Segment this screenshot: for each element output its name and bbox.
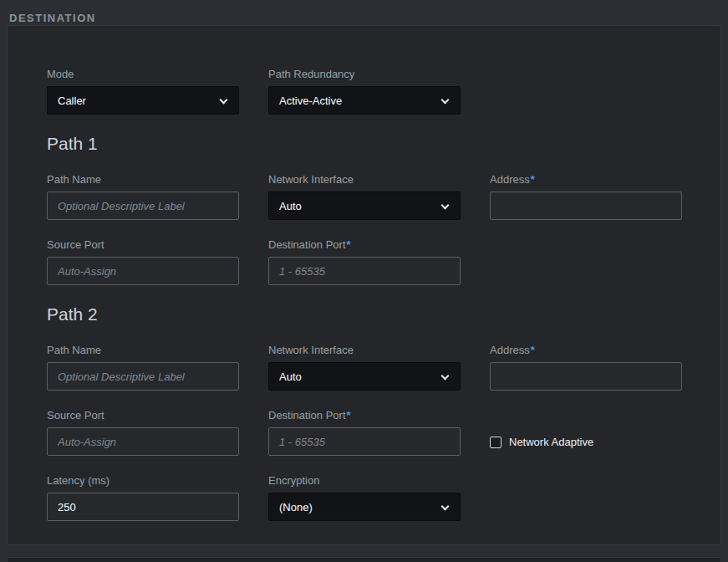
path2-name-label: Path Name: [47, 344, 239, 357]
path1-row-2: Source Port Destination Port*: [47, 238, 682, 285]
path1-interface-select[interactable]: Auto: [268, 192, 461, 220]
latency-field: Latency (ms): [47, 474, 239, 521]
chevron-down-icon: [441, 96, 450, 105]
path1-address-input[interactable]: [490, 192, 682, 220]
destination-panel: Mode Caller Path Redundancy Active-Activ…: [7, 25, 721, 545]
chevron-down-icon: [441, 202, 450, 210]
encryption-select-value: (None): [279, 501, 313, 513]
network-adaptive-label: Network Adaptive: [509, 436, 593, 448]
path1-interface-label: Network Interface: [268, 173, 461, 186]
path-redundancy-field: Path Redundancy Active-Active: [268, 68, 461, 115]
path-redundancy-label: Path Redundancy: [268, 68, 461, 81]
path2-interface-select-value: Auto: [279, 370, 302, 383]
path2-interface-field: Network Interface Auto: [268, 344, 461, 391]
network-adaptive-row: Network Adaptive: [490, 436, 682, 448]
path2-name-input[interactable]: [47, 362, 239, 391]
path2-name-field: Path Name: [47, 344, 239, 391]
next-section-strip: [7, 557, 721, 562]
path2-address-label: Address*: [490, 344, 682, 357]
path1-row-1: Path Name Network Interface Auto Address…: [47, 173, 682, 220]
path2-row-2: Source Port Destination Port* Network Ad…: [47, 409, 682, 456]
encryption-select[interactable]: (None): [268, 493, 461, 521]
path1-name-input[interactable]: [47, 192, 239, 220]
section-title: DESTINATION: [9, 12, 96, 24]
mode-field: Mode Caller: [47, 68, 239, 115]
path2-heading: Path 2: [47, 304, 682, 325]
path-redundancy-select[interactable]: Active-Active: [268, 86, 461, 115]
latency-input[interactable]: [47, 493, 239, 521]
required-asterisk: *: [531, 344, 535, 356]
network-adaptive-checkbox[interactable]: [490, 437, 501, 448]
path-redundancy-select-value: Active-Active: [279, 95, 342, 107]
path1-dest-port-field: Destination Port*: [268, 238, 461, 285]
path1-source-port-input[interactable]: [47, 257, 239, 285]
chevron-down-icon: [220, 96, 228, 105]
path2-interface-select[interactable]: Auto: [268, 362, 461, 391]
path1-source-port-label: Source Port: [47, 238, 239, 252]
path1-dest-port-label: Destination Port*: [268, 238, 461, 252]
path2-dest-port-label: Destination Port*: [268, 409, 461, 422]
encryption-label: Encryption: [268, 474, 461, 488]
path1-address-field: Address*: [490, 173, 682, 220]
path2-source-port-input[interactable]: [47, 427, 239, 456]
path1-interface-select-value: Auto: [279, 200, 302, 212]
path2-row-1: Path Name Network Interface Auto Address…: [47, 344, 682, 391]
path1-heading: Path 1: [47, 133, 682, 155]
chevron-down-icon: [441, 372, 450, 381]
path2-dest-port-field: Destination Port*: [268, 409, 461, 456]
path1-name-label: Path Name: [47, 173, 239, 186]
path1-name-field: Path Name: [47, 173, 239, 220]
row-latency-encryption: Latency (ms) Encryption (None): [47, 474, 682, 521]
path2-address-field: Address*: [490, 344, 682, 391]
path1-interface-field: Network Interface Auto: [268, 173, 461, 220]
mode-select[interactable]: Caller: [47, 86, 239, 115]
path1-dest-port-input[interactable]: [268, 257, 461, 285]
required-asterisk: *: [531, 173, 535, 186]
path2-source-port-label: Source Port: [47, 409, 239, 422]
encryption-field: Encryption (None): [268, 474, 461, 521]
mode-label: Mode: [47, 68, 239, 81]
path2-source-port-field: Source Port: [47, 409, 239, 456]
chevron-down-icon: [441, 503, 450, 511]
path2-dest-port-input[interactable]: [268, 427, 461, 456]
section-header: DESTINATION: [0, 0, 728, 25]
path2-interface-label: Network Interface: [268, 344, 461, 357]
path1-source-port-field: Source Port: [47, 238, 239, 285]
row-mode-redundancy: Mode Caller Path Redundancy Active-Activ…: [47, 68, 682, 115]
required-asterisk: *: [347, 238, 351, 251]
network-adaptive-field: Network Adaptive: [490, 409, 682, 456]
path1-address-label: Address*: [490, 173, 682, 186]
path2-address-input[interactable]: [490, 362, 682, 391]
required-asterisk: *: [347, 409, 351, 422]
latency-label: Latency (ms): [47, 474, 239, 488]
mode-select-value: Caller: [58, 95, 86, 107]
